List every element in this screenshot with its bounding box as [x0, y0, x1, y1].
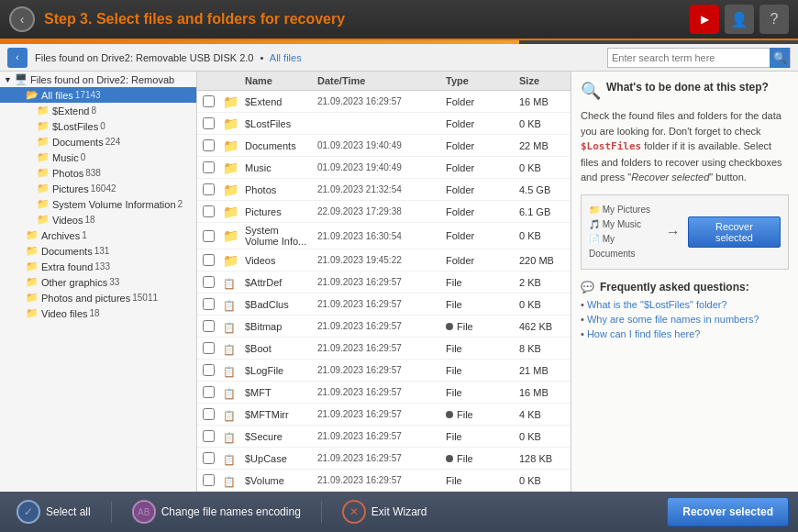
- file-datetime: 21.09.2023 21:32:54: [314, 183, 442, 196]
- file-datetime: 21.09.2023 16:29:57: [314, 451, 442, 465]
- file-type: Folder: [442, 228, 515, 243]
- tree-item-music[interactable]: 📁 Music 0: [0, 150, 196, 165]
- table-row[interactable]: 📋$MFTMirr21.09.2023 16:29:57File4 KB: [197, 404, 571, 426]
- folder-icon: 📁: [26, 229, 39, 241]
- tree-item-documents2[interactable]: 📁 Documents 131: [0, 243, 196, 259]
- help-icon[interactable]: ?: [759, 5, 789, 34]
- youtube-icon[interactable]: ▶: [690, 5, 719, 34]
- header-icons: ▶ 👤 ?: [690, 5, 789, 34]
- file-checkbox[interactable]: [203, 452, 215, 464]
- tree-item-count: 17143: [75, 90, 101, 100]
- table-row[interactable]: 📁Pictures22.09.2023 17:29:38Folder6.1 GB: [197, 201, 571, 223]
- right-section-title: 🔍 What's to be done at this step?: [581, 81, 789, 101]
- tree-item-photos[interactable]: 📁 Photos 838: [0, 165, 196, 181]
- preview-arrow: →: [666, 224, 681, 240]
- tree-item-extrafound[interactable]: 📁 Extra found 133: [0, 259, 196, 274]
- table-row[interactable]: 📁$LostFilesFolder0 KB: [197, 113, 571, 135]
- tree-item-pictures[interactable]: 📁 Pictures 16042: [0, 181, 196, 196]
- table-row[interactable]: 📋$UpCase21.09.2023 16:29:57File128 KB: [197, 448, 571, 470]
- file-size: 220 MB: [515, 253, 571, 268]
- file-size: 4.5 GB: [515, 183, 571, 197]
- table-row[interactable]: 📁Documents01.09.2023 19:40:49Folder22 MB: [197, 135, 571, 157]
- file-checkbox[interactable]: [203, 298, 215, 310]
- file-checkbox[interactable]: [203, 95, 215, 107]
- table-row[interactable]: 📁System Volume Info...21.09.2023 16:30:5…: [197, 223, 571, 249]
- tree-item-label: Files found on Drive2: Removab: [30, 74, 174, 85]
- progress-fill: [0, 40, 519, 44]
- tree-item-videofiles[interactable]: 📁 Video files 18: [0, 305, 196, 321]
- file-checkbox[interactable]: [203, 254, 215, 266]
- tree-item-videos[interactable]: 📁 Videos 18: [0, 212, 196, 227]
- file-type-icon: 📋: [219, 273, 241, 292]
- faq-item-1[interactable]: What is the "$LostFiles" folder?: [581, 299, 789, 310]
- file-checkbox[interactable]: [203, 183, 215, 195]
- file-name: Documents: [241, 139, 314, 153]
- faq-item-3[interactable]: How can I find files here?: [581, 328, 789, 339]
- file-datetime: 21.09.2023 16:30:54: [314, 229, 442, 243]
- file-type: File: [442, 473, 515, 488]
- tree-item-count: 18: [84, 215, 94, 225]
- bottom-bar: ✓ Select all AB Change file names encodi…: [0, 492, 798, 532]
- tree-item-root[interactable]: ▼🖥️ Files found on Drive2: Removab: [0, 72, 196, 87]
- file-checkbox[interactable]: [203, 276, 215, 288]
- page-title: Step 3. Select files and folders for rec…: [44, 11, 681, 28]
- recover-selected-button[interactable]: Recover selected: [667, 497, 789, 526]
- file-checkbox[interactable]: [203, 364, 215, 376]
- search-input[interactable]: [608, 49, 770, 67]
- file-checkbox[interactable]: [203, 320, 215, 332]
- breadcrumb-back-button[interactable]: ‹: [7, 48, 28, 68]
- tree-item-count: 838: [85, 168, 101, 178]
- file-type: File: [442, 363, 515, 378]
- faq-item-2[interactable]: Why are some file names in numbers?: [581, 314, 789, 325]
- file-checkbox[interactable]: [203, 139, 215, 151]
- file-table-header: Name Date/Time Type Size: [197, 72, 571, 91]
- file-type: File: [442, 319, 515, 334]
- file-type: File: [442, 429, 515, 444]
- file-size: 0 KB: [515, 297, 571, 312]
- folder-icon: 📁: [26, 260, 39, 272]
- file-checkbox[interactable]: [203, 386, 215, 398]
- folder-icon: 📁: [26, 276, 39, 288]
- tree-item-photospictures[interactable]: 📁 Photos and pictures 15011: [0, 290, 196, 305]
- file-type-icon: 📁: [219, 137, 241, 155]
- exit-icon: ✕: [342, 500, 366, 524]
- file-checkbox[interactable]: [203, 408, 215, 420]
- table-row[interactable]: 📁Music01.09.2023 19:40:49Folder0 KB: [197, 157, 571, 179]
- tree-item-extend[interactable]: 📁 $Extend 8: [0, 103, 196, 118]
- file-checkbox[interactable]: [203, 117, 215, 129]
- tree-item-sysvolinfo[interactable]: 📁 System Volume Information 2: [0, 196, 196, 212]
- file-checkbox[interactable]: [203, 342, 215, 354]
- recover-selected-preview-button[interactable]: Recover selected: [688, 216, 781, 248]
- file-datetime: 21.09.2023 16:29:57: [314, 363, 442, 377]
- table-row[interactable]: 📋$AttrDef21.09.2023 16:29:57File2 KB: [197, 272, 571, 294]
- table-row[interactable]: 📁Photos21.09.2023 21:32:54Folder4.5 GB: [197, 179, 571, 201]
- file-checkbox[interactable]: [203, 161, 215, 173]
- select-all-button[interactable]: ✓ Select all: [9, 496, 98, 527]
- table-row[interactable]: 📋$Volume21.09.2023 16:29:57File0 KB: [197, 470, 571, 492]
- tree-item-lostfiles[interactable]: 📁 $LostFiles 0: [0, 118, 196, 134]
- table-row[interactable]: 📁$Extend21.09.2023 16:29:57Folder16 MB: [197, 91, 571, 113]
- tree-item-label: Photos: [52, 168, 83, 179]
- table-row[interactable]: 📋$Boot21.09.2023 16:29:57File8 KB: [197, 338, 571, 360]
- file-checkbox[interactable]: [203, 230, 215, 242]
- file-checkbox[interactable]: [203, 205, 215, 217]
- file-checkbox[interactable]: [203, 430, 215, 442]
- user-icon[interactable]: 👤: [725, 5, 754, 34]
- table-row[interactable]: 📋$MFT21.09.2023 16:29:57File16 MB: [197, 382, 571, 404]
- tree-item-all-files[interactable]: 📂 All files 17143: [0, 87, 196, 103]
- tree-item-othergraphics[interactable]: 📁 Other graphics 33: [0, 274, 196, 290]
- tree-item-archives[interactable]: 📁 Archives 1: [0, 227, 196, 243]
- table-row[interactable]: 📋$BadClus21.09.2023 16:29:57File0 KB: [197, 294, 571, 316]
- breadcrumb: Files found on Drive2: Removable USB DIS…: [35, 52, 600, 63]
- file-checkbox[interactable]: [203, 474, 215, 486]
- search-button[interactable]: 🔍: [770, 48, 790, 68]
- table-row[interactable]: 📁Videos21.09.2023 19:45:22Folder220 MB: [197, 249, 571, 272]
- file-size: 8 KB: [515, 341, 571, 356]
- encoding-button[interactable]: AB Change file names encoding: [125, 496, 308, 527]
- exit-wizard-button[interactable]: ✕ Exit Wizard: [335, 496, 435, 527]
- table-row[interactable]: 📋$Secure21.09.2023 16:29:57File0 KB: [197, 426, 571, 448]
- back-button[interactable]: ‹: [9, 6, 35, 32]
- table-row[interactable]: 📋$Bitmap21.09.2023 16:29:57File462 KB: [197, 316, 571, 338]
- tree-item-documents[interactable]: 📁 Documents 224: [0, 134, 196, 150]
- table-row[interactable]: 📋$LogFile21.09.2023 16:29:57File21 MB: [197, 360, 571, 382]
